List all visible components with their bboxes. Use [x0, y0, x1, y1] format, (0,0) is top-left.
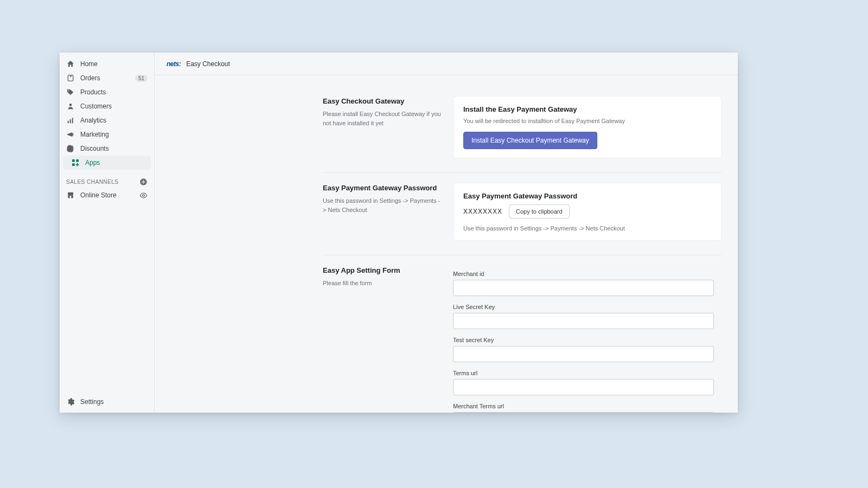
sidebar-item-discounts[interactable]: Discounts [60, 142, 154, 156]
merchant-id-input[interactable] [453, 280, 714, 296]
svg-rect-7 [76, 159, 79, 162]
terms-url-input[interactable] [453, 379, 714, 395]
section-password: Easy Payment Gateway Password Use this p… [323, 178, 722, 255]
svg-point-2 [69, 104, 72, 106]
field-merchant-terms-url: Merchant Terms url [453, 403, 722, 413]
section-desc: Please install Easy Checkout Gateway if … [323, 110, 442, 127]
nav-label: Apps [85, 159, 100, 166]
svg-rect-8 [72, 163, 75, 166]
discount-icon [66, 144, 75, 153]
section-desc: Please fill the form [323, 279, 442, 288]
sidebar-item-marketing[interactable]: Marketing [60, 127, 154, 142]
section-heading: Easy Checkout Gateway [323, 97, 442, 105]
section-form: Easy App Setting Form Please fill the fo… [323, 261, 722, 413]
settings-form: Merchant id Live Secret Key Test secret … [453, 265, 722, 413]
section-desc: Use this password in Settings -> Payment… [323, 196, 442, 214]
gateway-card: Install the Easy Payment Gateway You wil… [453, 96, 722, 158]
sidebar-item-home[interactable]: Home [60, 57, 154, 71]
nav-label: Discounts [80, 145, 109, 152]
section-heading: Easy App Setting Form [323, 266, 442, 274]
svg-rect-5 [72, 118, 73, 123]
password-card: Easy Payment Gateway Password XXXXXXXX C… [453, 183, 722, 241]
field-label: Merchant id [453, 271, 714, 277]
apps-icon [71, 158, 80, 167]
svg-point-1 [68, 91, 69, 92]
sidebar-item-products[interactable]: Products [60, 85, 154, 99]
card-title: Install the Easy Payment Gateway [463, 105, 711, 113]
section-password-info: Easy Payment Gateway Password Use this p… [323, 183, 442, 251]
tag-icon [66, 88, 75, 97]
nav-label: Products [80, 88, 106, 96]
copy-clipboard-button[interactable]: Copy to clipboard [509, 204, 570, 219]
home-icon [66, 60, 75, 68]
field-label: Terms url [453, 370, 714, 376]
svg-rect-3 [68, 121, 69, 124]
svg-point-11 [142, 194, 144, 196]
sidebar-item-apps[interactable]: Apps [63, 156, 151, 170]
megaphone-icon [66, 130, 75, 139]
sidebar-item-settings[interactable]: Settings [60, 391, 154, 413]
password-row: XXXXXXXX Copy to clipboard [463, 204, 711, 219]
sidebar-item-customers[interactable]: Customers [60, 99, 154, 113]
store-icon [66, 191, 75, 200]
svg-rect-6 [72, 159, 75, 162]
nav-label: Home [80, 60, 98, 68]
password-value: XXXXXXXX [463, 208, 502, 215]
live-secret-input[interactable] [453, 313, 714, 329]
svg-rect-4 [70, 119, 71, 123]
content: Easy Checkout Gateway Please install Eas… [155, 75, 738, 413]
person-icon [66, 102, 75, 111]
main: nets: Easy Checkout Easy Checkout Gatewa… [155, 53, 738, 413]
section-gateway-info: Easy Checkout Gateway Please install Eas… [323, 96, 442, 168]
svg-rect-10 [70, 196, 72, 198]
nav-label: Marketing [80, 131, 109, 138]
analytics-icon [66, 116, 75, 125]
nav-label: Orders [80, 74, 100, 82]
sales-channels-label: SALES CHANNELS [66, 179, 118, 185]
card-hint: Use this password in Settings -> Payment… [463, 225, 711, 232]
orders-badge: 51 [135, 75, 148, 82]
eye-icon[interactable] [139, 191, 148, 200]
field-label: Live Secret Key [453, 304, 714, 310]
install-gateway-button[interactable]: Install Easy Checkout Payment Gateway [463, 132, 597, 149]
add-channel-icon[interactable] [139, 177, 148, 186]
test-secret-input[interactable] [453, 346, 714, 362]
topbar: nets: Easy Checkout [155, 53, 738, 75]
gear-icon [66, 397, 75, 406]
sidebar-item-orders[interactable]: Orders 51 [60, 71, 154, 85]
merchant-terms-url-input[interactable] [453, 412, 714, 413]
settings-label: Settings [80, 398, 104, 406]
section-heading: Easy Payment Gateway Password [323, 184, 442, 192]
field-merchant-id: Merchant id [453, 271, 722, 296]
nav-label: Analytics [80, 117, 106, 124]
section-gateway: Easy Checkout Gateway Please install Eas… [323, 92, 722, 173]
card-title: Easy Payment Gateway Password [463, 192, 711, 200]
field-terms-url: Terms url [453, 370, 722, 395]
field-test-secret: Test secret Key [453, 337, 722, 362]
nav-label: Customers [80, 102, 112, 110]
field-label: Merchant Terms url [453, 403, 714, 409]
brand-logo: nets: [167, 60, 181, 68]
field-label: Test secret Key [453, 337, 714, 343]
nav-label: Online Store [80, 191, 117, 199]
sidebar-item-analytics[interactable]: Analytics [60, 113, 154, 127]
nav-list: Home Orders 51 Products Customers Analyt… [60, 53, 154, 170]
sales-channels-header: SALES CHANNELS [60, 170, 154, 188]
orders-icon [66, 74, 75, 82]
page-title: Easy Checkout [186, 60, 230, 68]
section-form-info: Easy App Setting Form Please fill the fo… [323, 265, 442, 413]
card-desc: You will be redirected to installtion of… [463, 118, 711, 124]
field-live-secret: Live Secret Key [453, 304, 722, 329]
app-window: Home Orders 51 Products Customers Analyt… [60, 53, 738, 413]
sidebar: Home Orders 51 Products Customers Analyt… [60, 53, 155, 413]
sidebar-item-online-store[interactable]: Online Store [60, 188, 154, 202]
